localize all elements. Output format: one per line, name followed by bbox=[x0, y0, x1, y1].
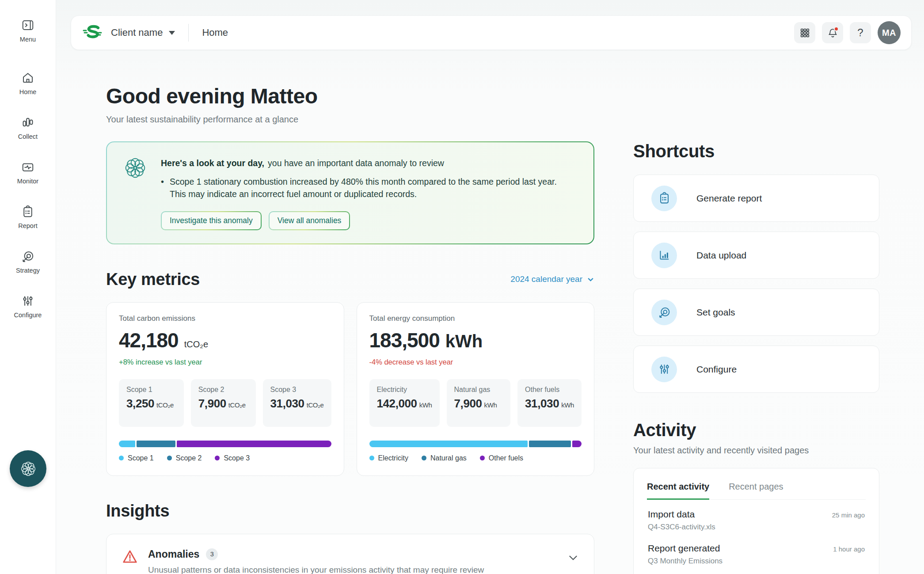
daily-brief-body: Here's a look at your day,you have an im… bbox=[161, 154, 561, 230]
metric-unit: kWh bbox=[445, 331, 483, 351]
anomalies-count-badge: 3 bbox=[206, 548, 218, 560]
daily-brief-actions: Investigate this anomaly View all anomal… bbox=[161, 211, 561, 230]
anomalies-expandable-card[interactable]: Anomalies 3 Unusual patterns or data inc… bbox=[106, 534, 594, 574]
legend-label: Natural gas bbox=[430, 454, 467, 462]
stat-value: 31,030tCO₂e bbox=[270, 397, 324, 411]
metric-value: 183,500 bbox=[369, 328, 440, 352]
sidebar-item-label: Monitor bbox=[17, 178, 38, 185]
key-metrics-header: Key metrics 2024 calendar year bbox=[106, 270, 594, 289]
apps-grid-button[interactable] bbox=[794, 22, 815, 43]
energy-breakdown: Electricity 142,000kWh Natural gas 7,900… bbox=[369, 379, 582, 427]
stat-label: Natural gas bbox=[454, 386, 503, 394]
stat-scope-2: Scope 2 7,900tCO₂e bbox=[191, 379, 256, 427]
stat-label: Electricity bbox=[377, 386, 432, 394]
energy-legend: Electricity Natural gas Other fuels bbox=[369, 454, 582, 462]
stat-other-fuels: Other fuels 31,030kWh bbox=[517, 379, 582, 427]
metric-cards: Total carbon emissions 42,180 tCO₂e +8% … bbox=[106, 302, 594, 476]
activity-title: Activity bbox=[633, 420, 879, 440]
shortcut-label: Configure bbox=[696, 364, 737, 375]
sidebar-item-monitor[interactable]: Monitor bbox=[17, 160, 38, 185]
metric-delta: +8% increase vs last year bbox=[119, 358, 331, 366]
insights-header: Insights bbox=[106, 502, 594, 521]
apps-grid-icon bbox=[799, 27, 810, 38]
scope-breakdown: Scope 1 3,250tCO₂e Scope 2 7,900tCO₂e Sc… bbox=[119, 379, 331, 427]
shortcut-set-goals[interactable]: Set goals bbox=[633, 289, 879, 336]
legend-dot-scope-2 bbox=[167, 456, 172, 460]
sidebar-menu-label: Menu bbox=[20, 36, 36, 43]
sidebar-item-report[interactable]: Report bbox=[18, 205, 38, 229]
activity-row-report-generated[interactable]: Report generated Q3 Monthly Emissions 1 … bbox=[647, 534, 866, 568]
investigate-anomaly-button[interactable]: Investigate this anomaly bbox=[162, 212, 261, 229]
shortcut-data-upload[interactable]: Data upload bbox=[633, 232, 879, 279]
help-button[interactable]: ? bbox=[850, 22, 871, 43]
activity-row-import-data[interactable]: Import data Q4-S3C6-activity.xls 25 min … bbox=[647, 500, 866, 534]
energy-stacked-bar bbox=[369, 441, 582, 447]
user-avatar[interactable]: MA bbox=[878, 21, 901, 44]
brand-logo[interactable] bbox=[83, 24, 103, 42]
legend-label: Scope 2 bbox=[176, 454, 202, 462]
activity-row-time: 25 min ago bbox=[832, 509, 865, 532]
activity-row-title: Report generated bbox=[648, 543, 722, 554]
sidebar: Menu Home Collect Monitor bbox=[0, 0, 56, 574]
bar-segment-scope-1 bbox=[119, 441, 135, 447]
anomaly-description: Scope 1 stationary combustion increased … bbox=[170, 175, 561, 201]
stat-label: Scope 3 bbox=[270, 386, 324, 394]
stat-scope-3: Scope 3 31,030tCO₂e bbox=[263, 379, 331, 427]
tab-recent-pages[interactable]: Recent pages bbox=[729, 482, 783, 499]
bar-segment-natural-gas bbox=[529, 441, 571, 447]
shortcut-label: Set goals bbox=[696, 307, 735, 318]
stat-value: 7,900tCO₂e bbox=[198, 397, 248, 411]
anomalies-title: Anomalies bbox=[148, 548, 199, 560]
notification-dot bbox=[834, 27, 839, 31]
topbar-divider bbox=[188, 24, 189, 42]
target-icon bbox=[651, 300, 677, 325]
menu-panel-icon bbox=[21, 19, 34, 32]
sidebar-item-configure[interactable]: Configure bbox=[14, 294, 42, 319]
stat-value: 31,030kWh bbox=[525, 397, 574, 411]
legend-dot-electricity bbox=[369, 456, 374, 460]
legend-label: Other fuels bbox=[489, 454, 523, 462]
sidebar-item-collect[interactable]: Collect bbox=[18, 116, 38, 140]
period-selector-value: 2024 calendar year bbox=[510, 274, 582, 284]
activity-card: Recent activity Recent pages Import data… bbox=[633, 468, 879, 574]
activity-row-time: 1 hour ago bbox=[833, 543, 865, 566]
period-selector[interactable]: 2024 calendar year bbox=[510, 274, 594, 284]
anomalies-body: Anomalies 3 Unusual patterns or data inc… bbox=[148, 548, 558, 574]
tab-recent-activity[interactable]: Recent activity bbox=[647, 482, 709, 500]
warning-triangle-icon bbox=[122, 548, 138, 567]
activity-subtitle: Your latest activity and recently visite… bbox=[633, 445, 879, 456]
stat-value: 142,000kWh bbox=[377, 397, 432, 411]
emissions-stacked-bar bbox=[119, 441, 331, 447]
shortcuts-title: Shortcuts bbox=[633, 141, 879, 161]
shortcut-generate-report[interactable]: Generate report bbox=[633, 175, 879, 222]
daily-brief-title-bold: Here's a look at your day, bbox=[161, 158, 264, 168]
sweep-logo-icon bbox=[83, 24, 103, 42]
activity-row-energy-target[interactable]: Energy target achieved Q4-S3C6-activity.… bbox=[647, 568, 866, 574]
sidebar-menu-toggle[interactable]: Menu bbox=[20, 19, 36, 43]
anomalies-description: Unusual patterns or data inconsistencies… bbox=[148, 565, 558, 574]
metric-unit: tCO₂e bbox=[184, 339, 208, 350]
bar-chart-icon bbox=[21, 116, 34, 129]
client-switcher[interactable]: Client name bbox=[111, 27, 175, 38]
sidebar-item-strategy[interactable]: Strategy bbox=[16, 250, 40, 274]
activity-header: Activity Your latest activity and recent… bbox=[633, 420, 879, 456]
question-mark-icon: ? bbox=[857, 27, 863, 39]
energy-consumption-card: Total energy consumption 183,500 kWh -4%… bbox=[357, 302, 595, 476]
shortcut-configure[interactable]: Configure bbox=[633, 346, 879, 393]
stat-scope-1: Scope 1 3,250tCO₂e bbox=[119, 379, 184, 427]
notifications-button[interactable] bbox=[822, 22, 843, 43]
daily-brief-bullet: Scope 1 stationary combustion increased … bbox=[161, 175, 561, 201]
breadcrumb[interactable]: Home bbox=[202, 27, 228, 38]
sidebar-item-home[interactable]: Home bbox=[19, 71, 37, 95]
bar-segment-other-fuels bbox=[572, 441, 582, 447]
shortcut-label: Data upload bbox=[696, 250, 746, 261]
view-all-anomalies-button[interactable]: View all anomalies bbox=[270, 212, 350, 229]
topbar: Client name Home bbox=[71, 15, 912, 50]
daily-brief-banner: Here's a look at your day,you have an im… bbox=[106, 141, 594, 244]
legend-label: Electricity bbox=[378, 454, 408, 462]
shortcuts-list: Generate report Data upload bbox=[633, 175, 879, 393]
ai-assistant-button[interactable] bbox=[10, 450, 46, 487]
expand-chevron-icon[interactable] bbox=[567, 548, 579, 565]
target-icon bbox=[21, 250, 34, 263]
insights-title: Insights bbox=[106, 502, 169, 521]
